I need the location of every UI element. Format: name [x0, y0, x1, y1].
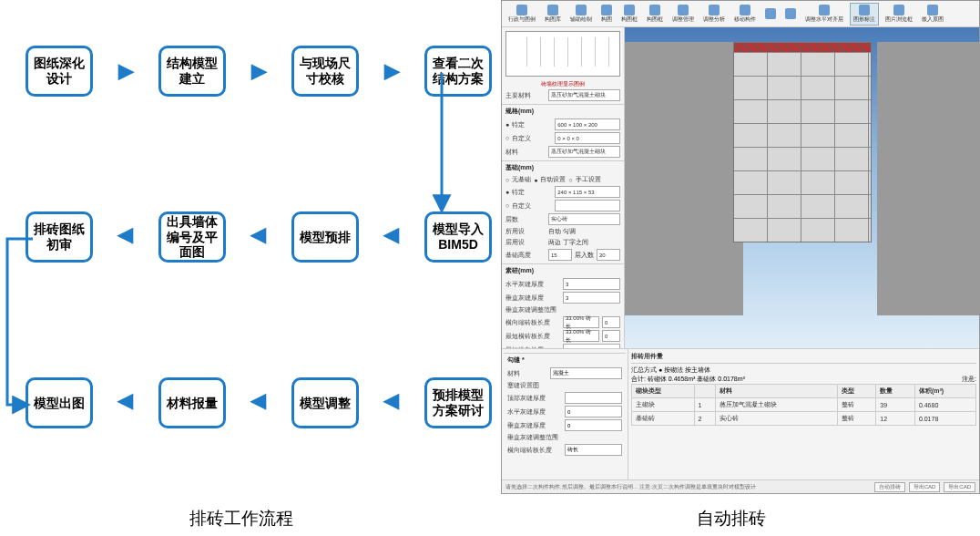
row-radios[interactable]: 自动 匀调 — [548, 227, 576, 236]
toolbar-button[interactable]: 调整分析 — [700, 4, 728, 25]
table-header: 材料 — [716, 385, 837, 398]
status-button[interactable]: 导出CAD — [909, 482, 941, 492]
tool-icon — [927, 5, 938, 15]
arrow-right-icon: ▶ — [384, 59, 399, 83]
scale1-input[interactable]: 33.00% 砖长 — [563, 316, 599, 328]
toolbar-button[interactable]: 构图框 — [618, 4, 640, 25]
wall-body — [734, 52, 871, 242]
arrow-left-icon: ▶ — [384, 391, 399, 415]
arrow-right-icon: ▶ — [251, 59, 266, 83]
qty-summary-mode[interactable]: 汇总方式 ● 按砌法 按主墙体 — [631, 366, 976, 375]
table-header: 类型 — [837, 385, 876, 398]
height-num-input[interactable]: 20 — [597, 249, 620, 261]
toolbar-button[interactable]: 移动构件 — [731, 4, 759, 25]
tool-icon — [576, 5, 587, 15]
tool-icon — [819, 5, 830, 15]
slab-right — [877, 42, 979, 315]
maxlen-input[interactable]: 100 — [563, 344, 620, 348]
toolbar-button[interactable]: 图片浏览框 — [883, 4, 915, 25]
caption-right: 自动排砖 — [483, 507, 980, 531]
table-header: 数量 — [876, 385, 915, 398]
arrow-left-icon: ▶ — [384, 225, 399, 249]
tool-icon — [624, 5, 635, 15]
tool-icon — [516, 5, 527, 15]
section-base: 基础(mm) — [502, 160, 624, 174]
status-bar: 请先选择二次构件构件,然后调整。最后调整本行说明… 注意:次页二次构件调整是单填… — [502, 479, 979, 493]
pattern-radios[interactable]: 两边 丁字之间 — [548, 238, 588, 247]
arrow-left-icon: ▶ — [118, 391, 133, 415]
radio-none[interactable]: 无基础 — [512, 175, 531, 184]
toolbar-button[interactable]: 图形标注 — [850, 3, 879, 26]
custom-input[interactable]: 0 × 0 × 0 — [555, 132, 620, 144]
canvas-3d[interactable] — [625, 27, 979, 348]
material-select[interactable]: 蒸压砂加气混凝土砌块 — [548, 146, 620, 158]
tool-icon — [740, 5, 750, 15]
flow-node: 与现场尺寸校核 — [291, 46, 359, 97]
arrow-left-icon: ▶ — [118, 225, 133, 249]
slab-left — [625, 42, 743, 315]
height-input[interactable]: 15 — [548, 249, 572, 261]
toolbar-button[interactable] — [762, 7, 779, 20]
toolbar-button[interactable]: 行政与图例 — [505, 4, 538, 25]
caption-left: 排砖工作流程 — [0, 507, 483, 531]
flow-node: 模型出图 — [26, 377, 93, 428]
arrow-left-icon: ▶ — [251, 391, 266, 415]
bh-input[interactable]: 0 — [565, 406, 622, 417]
scale2-input[interactable]: 33.00% 砖长 — [563, 330, 599, 342]
flow-node: 排砖图纸初审 — [26, 211, 93, 263]
toolbar-button[interactable]: 构图 — [598, 4, 615, 25]
flow-node: 查看二次结构方案 — [424, 46, 492, 97]
section-mortar: 素硅(mm) — [502, 263, 624, 277]
vgap-input[interactable]: 3 — [563, 292, 620, 304]
tool-icon — [765, 8, 776, 19]
count-select[interactable]: 实心砖 — [548, 213, 620, 225]
tool-icon — [785, 8, 796, 19]
properties-panel: 砖墙纹理显示图例 主要材料蒸压砂加气混凝土砌块 规格(mm) ●特定600 × … — [502, 27, 625, 348]
flow-node: 出具墙体编号及平面图 — [158, 211, 226, 263]
toolbar-button[interactable]: 构图框 — [644, 4, 666, 25]
toolbar-button[interactable]: 调整水平对齐层 — [802, 4, 846, 25]
toolbar-button[interactable]: 构图库 — [542, 4, 564, 25]
flow-node: 模型预排 — [291, 211, 359, 263]
qty-stats: 合计: 砖砌体 0.4658m³ 基础体 0.0178m³ — [631, 376, 745, 382]
main-material-select[interactable]: 蒸压砂加气混凝土砌块 — [548, 89, 620, 101]
table-row[interactable]: 主砌块1蒸压加气混凝土砌块整砖390.4680 — [632, 398, 976, 412]
topgap-input[interactable] — [565, 392, 622, 404]
table-row[interactable]: 基础砖2实心砖整砖120.0178 — [632, 412, 976, 426]
status-button[interactable]: 自动排砖 — [874, 482, 905, 492]
radio-auto[interactable]: 自动设置 — [540, 175, 566, 184]
base-spec-select[interactable]: 240 × 115 × 53 — [555, 186, 620, 198]
app-window: 行政与图例构图库辅助绘制构图构图框构图框调整管理调整分析移动构件调整水平对齐层图… — [501, 0, 980, 494]
toolbar-button[interactable] — [782, 7, 799, 20]
tool-icon — [859, 5, 870, 15]
brick-wall[interactable] — [733, 42, 872, 242]
section-joint: 勾缝 * — [504, 353, 626, 366]
section-spec: 规格(mm) — [502, 104, 624, 118]
wall-top-course — [734, 43, 871, 52]
joint-mat-select[interactable]: 混凝土 — [550, 367, 622, 379]
flow-node: 图纸深化设计 — [26, 46, 93, 97]
spec-select[interactable]: 600 × 100 × 200 — [555, 119, 620, 130]
table-header: 砌块类型 — [632, 385, 695, 398]
toolbar: 行政与图例构图库辅助绘制构图构图框构图框调整管理调整分析移动构件调整水平对齐层图… — [502, 1, 979, 27]
toolbar-button[interactable]: 调整管理 — [669, 4, 697, 25]
status-hint: 请先选择二次构件构件,然后调整。最后调整本行说明… 注意:次页二次构件调整是单填… — [505, 483, 756, 491]
flow-node: 模型调整 — [291, 377, 359, 428]
bottom-sidebar: 勾缝 * 材料混凝土 塞缝设置图 顶部灰缝厚度 水平灰缝厚度0 垂直灰缝厚度0 … — [502, 349, 628, 493]
tool-icon — [601, 5, 612, 15]
quantity-table: 砌块类型材料类型数量体积(m³) 主砌块1蒸压加气混凝土砌块整砖390.4680… — [631, 384, 976, 426]
hgap-input[interactable]: 3 — [563, 278, 620, 290]
bv-input[interactable]: 0 — [565, 419, 622, 431]
flow-node: 预排模型方案研讨 — [424, 377, 492, 428]
bscale-input[interactable]: 砖长 — [565, 444, 622, 456]
flow-node: 材料报量 — [158, 377, 226, 428]
tool-icon — [547, 5, 558, 15]
arrow-left-icon: ▶ — [251, 225, 266, 249]
toolbar-button[interactable]: 辅助绘制 — [567, 4, 595, 25]
table-header: 体积(m³) — [914, 385, 975, 398]
radio-manual[interactable]: 手工设置 — [576, 175, 601, 184]
tool-icon — [893, 5, 904, 15]
base-custom-input[interactable] — [555, 200, 620, 211]
status-button[interactable]: 导出CAD — [944, 482, 975, 492]
toolbar-button[interactable]: 嵌入原图 — [919, 4, 946, 25]
